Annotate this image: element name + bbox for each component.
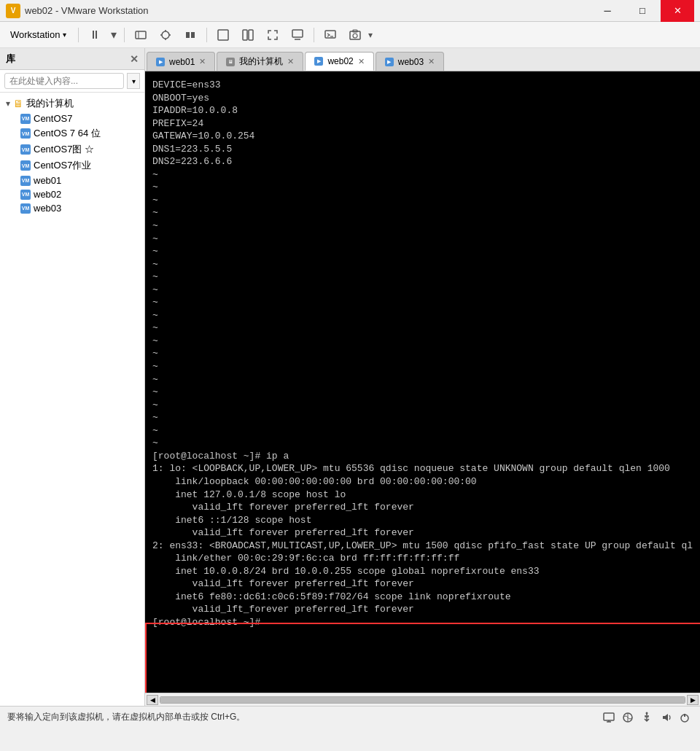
tab-web02[interactable]: ▶ web02 ✕ [305,52,373,71]
sidebar-item-label-web01: web01 [34,175,61,186]
unity-view-button[interactable] [286,25,309,45]
status-icon-usb[interactable] [639,709,655,725]
suspend-button[interactable] [179,25,202,45]
tab-close-web03[interactable]: ✕ [428,57,435,66]
terminal-output[interactable]: DEVICE=ens33 ONBOOT=yes IPADDR=10.0.0.8 … [145,71,700,693]
tab-label-web01: web01 [169,57,195,67]
scroll-left-button[interactable]: ◀ [147,695,158,705]
tab-close-web02[interactable]: ✕ [358,57,365,66]
vm-icon-web02: VM [20,190,31,200]
sidebar: 库 ✕ ▾ ▾ 🖥 我的计算机 VM CentOS7 VM CentOS 7 6… [0,48,145,706]
toolbar-separator-4 [314,28,314,42]
pause-dropdown-button[interactable]: ▾ [108,25,120,45]
status-icon-network[interactable] [620,709,636,725]
vm-content-area[interactable]: DEVICE=ens33 ONBOOT=yes IPADDR=10.0.0.8 … [145,71,700,693]
sidebar-item-label-web02: web02 [34,189,61,200]
sidebar-item-web01[interactable]: VM web01 [0,174,144,187]
tab-vm-icon-web01: ▶ [156,58,165,66]
tree-root-label: 我的计算机 [26,97,74,110]
minimize-button[interactable]: ─ [591,0,624,22]
search-dropdown-button[interactable]: ▾ [127,73,140,89]
snapshot-button[interactable] [154,25,177,45]
workstation-menu[interactable]: Workstation ▾ [3,26,74,43]
fullscreen-button[interactable] [261,25,284,45]
toolbar-separator-2 [124,28,125,42]
tab-vm-icon-web02: ▶ [314,57,323,66]
sidebar-item-web02[interactable]: VM web02 [0,187,144,201]
tab-web01[interactable]: ▶ web01 ✕ [147,52,215,71]
svg-rect-4 [191,32,195,38]
vm-icon-centos7: VM [20,114,31,124]
sidebar-item-web03[interactable]: VM web03 [0,201,144,215]
status-icon-power[interactable] [677,709,693,725]
tab-label-web02: web02 [327,56,353,66]
vm-icon-web03: VM [20,203,31,214]
status-bar: 要将输入定向到该虚拟机，请在虚拟机内部单击或按 Ctrl+G。 [0,706,700,728]
title-bar: V web02 - VMware Workstation ─ □ ✕ [0,0,700,22]
sidebar-close-button[interactable]: ✕ [130,53,139,65]
tree-root-my-computer[interactable]: ▾ 🖥 我的计算机 [0,96,144,112]
sidebar-item-label-centos7: CentOS7 [34,113,72,124]
tab-close-my-computer[interactable]: ✕ [287,57,294,66]
close-button[interactable]: ✕ [661,0,694,22]
sidebar-item-label-web03: web03 [34,203,61,214]
sidebar-title: 库 [6,52,15,66]
svg-rect-3 [186,32,190,38]
svg-rect-6 [243,30,247,40]
sidebar-item-centos7[interactable]: VM CentOS7 [0,112,144,125]
scroll-right-button[interactable]: ▶ [687,695,699,705]
sidebar-item-centos7-64[interactable]: VM CentOS 7 64 位 [0,125,144,141]
sidebar-item-label-centos7-img: CentOS7图 ☆ [34,143,94,156]
tree-expand-icon: ▾ [6,98,10,109]
tab-vm-icon-web03: ▶ [385,58,394,66]
vm-tree: ▾ 🖥 我的计算机 VM CentOS7 VM CentOS 7 64 位 VM… [0,93,144,706]
send-ctrl-alt-del-button[interactable] [129,25,152,45]
scrollbar-thumb[interactable] [160,697,685,703]
console-button[interactable] [319,25,342,45]
screenshot-button[interactable] [343,25,367,45]
vm-icon-web01: VM [20,176,31,186]
tab-label-my-computer: 我的计算机 [239,55,283,68]
vm-icon-centos7-work: VM [20,160,31,171]
status-icons [601,709,693,725]
folder-icon: 🖥 [13,98,23,109]
vm-icon-centos7-img: VM [20,144,31,155]
split-view-button[interactable] [236,25,260,45]
toolbar-separator-1 [78,28,79,42]
svg-rect-5 [218,30,228,40]
sidebar-item-centos7-work[interactable]: VM CentOS7作业 [0,157,144,174]
status-icon-display[interactable] [601,709,617,725]
sidebar-item-label-centos7-work: CentOS7作业 [34,159,91,172]
scrollbar-track[interactable] [160,696,685,704]
tab-vm-icon-my-computer: 🖥 [226,58,235,66]
sidebar-header: 库 ✕ [0,48,144,70]
horizontal-scrollbar[interactable]: ◀ ▶ [145,693,700,706]
toolbar-separator-3 [206,28,207,42]
menu-toolbar-bar: Workstation ▾ ⏸ ▾ ▾ [0,22,700,48]
status-icon-sound[interactable] [658,709,674,725]
tab-label-web03: web03 [398,57,424,67]
vm-icon-centos7-64: VM [20,128,31,139]
search-input[interactable] [4,73,124,89]
app-icon: V [6,4,20,18]
normal-view-button[interactable] [211,25,235,45]
tab-bar: ▶ web01 ✕ 🖥 我的计算机 ✕ ▶ web02 ✕ ▶ web03 ✕ [145,48,700,71]
tab-close-web01[interactable]: ✕ [199,57,206,66]
svg-point-20 [646,712,648,714]
tab-web03[interactable]: ▶ web03 ✕ [376,52,444,71]
window-title: web02 - VMware Workstation [25,5,591,16]
status-message: 要将输入定向到该虚拟机，请在虚拟机内部单击或按 Ctrl+G。 [7,711,245,723]
main-layout: 库 ✕ ▾ ▾ 🖥 我的计算机 VM CentOS7 VM CentOS 7 6… [0,48,700,706]
svg-point-2 [162,31,169,39]
svg-rect-7 [249,30,253,40]
window-controls: ─ □ ✕ [591,0,694,22]
svg-rect-15 [604,713,614,720]
tab-my-computer[interactable]: 🖥 我的计算机 ✕ [217,52,303,71]
sidebar-item-label-centos7-64: CentOS 7 64 位 [34,127,101,140]
restore-button[interactable]: □ [626,0,659,22]
sidebar-item-centos7-img[interactable]: VM CentOS7图 ☆ [0,141,144,157]
pause-button[interactable]: ⏸ [83,25,106,45]
search-bar: ▾ [0,70,144,93]
svg-rect-0 [136,31,146,39]
screenshot-dropdown-icon[interactable]: ▾ [368,30,373,40]
